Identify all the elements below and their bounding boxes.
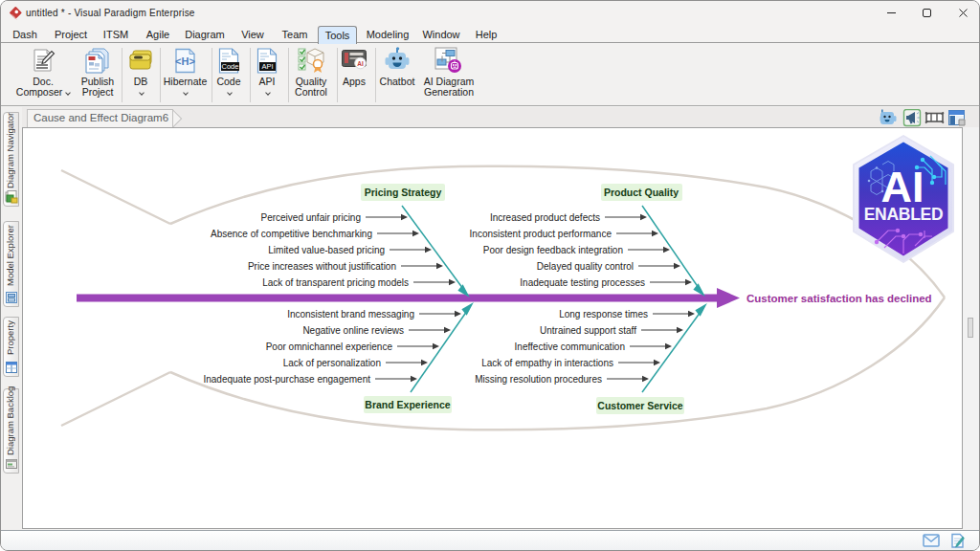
svg-text:Inconsistent product performan: Inconsistent product performance bbox=[470, 229, 612, 239]
svg-text:Lack of personalization: Lack of personalization bbox=[283, 358, 381, 368]
svg-text:Customer satisfaction has decl: Customer satisfaction has declined bbox=[746, 293, 932, 304]
svg-text:Missing resolution procedures: Missing resolution procedures bbox=[475, 374, 602, 385]
svg-text:Poor design feedback integrati: Poor design feedback integration bbox=[483, 245, 623, 255]
svg-text:Untrained support staff: Untrained support staff bbox=[540, 325, 636, 336]
svg-text:Delayed quality control: Delayed quality control bbox=[537, 261, 634, 272]
svg-text:Brand Experience: Brand Experience bbox=[365, 399, 450, 410]
svg-text:Code: Code bbox=[222, 62, 239, 71]
svg-text:Limited value-based pricing: Limited value-based pricing bbox=[268, 245, 385, 255]
svg-text:Price increases without justif: Price increases without justification bbox=[248, 261, 396, 272]
svg-text:Long response times: Long response times bbox=[559, 309, 648, 320]
svg-text:Lack of empathy in interaction: Lack of empathy in interactions bbox=[481, 358, 613, 368]
svg-text:Pricing Strategy: Pricing Strategy bbox=[365, 187, 442, 198]
svg-text:<H>: <H> bbox=[175, 55, 195, 67]
svg-text:ENABLED: ENABLED bbox=[864, 205, 944, 224]
svg-text:Absence of competitive benchma: Absence of competitive benchmarking bbox=[211, 229, 372, 239]
svg-text:Lack of transparent pricing mo: Lack of transparent pricing models bbox=[262, 277, 409, 288]
svg-text:Customer Service: Customer Service bbox=[597, 400, 682, 411]
svg-text:Increased product defects: Increased product defects bbox=[490, 212, 600, 223]
svg-text:AI: AI bbox=[357, 60, 364, 67]
svg-text:Perceived unfair pricing: Perceived unfair pricing bbox=[261, 212, 362, 223]
svg-text:Inadequate testing processes: Inadequate testing processes bbox=[520, 277, 645, 288]
svg-text:Ineffective communication: Ineffective communication bbox=[515, 342, 625, 352]
svg-text:API: API bbox=[261, 62, 273, 71]
svg-text:Inconsistent brand messaging: Inconsistent brand messaging bbox=[287, 309, 414, 320]
svg-text:Inadequate post-purchase engag: Inadequate post-purchase engagement bbox=[203, 374, 370, 385]
svg-text:Poor omnichannel experience: Poor omnichannel experience bbox=[266, 342, 393, 352]
svg-text:Product Quality: Product Quality bbox=[604, 187, 679, 198]
svg-text:Negative online reviews: Negative online reviews bbox=[302, 325, 404, 336]
